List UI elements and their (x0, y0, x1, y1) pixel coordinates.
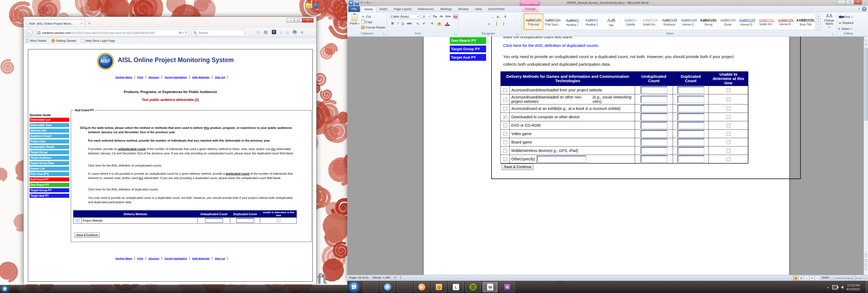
bookmarks-panel-icon[interactable]: ▤ (264, 30, 268, 34)
format-painter-button[interactable]: Format Painter (361, 25, 385, 30)
url-bar[interactable]: isedemo.westat.com /SOURCE/Annual/SecD/S… (35, 29, 189, 36)
page-action-icon[interactable]: ▤ (179, 31, 182, 34)
align-left-button[interactable] (461, 22, 465, 27)
vertical-scrollbar[interactable]: ▲ ▼ ▲ ● ▼ (864, 37, 868, 275)
style-title[interactable]: AaBTitle (601, 13, 621, 30)
cut-button[interactable]: ✂ Cut (361, 14, 371, 19)
change-styles-button[interactable]: AA Change Styles ▾ (823, 13, 836, 31)
style-subtle-ref-[interactable]: AABBCCDLSubtle Ref... (757, 13, 777, 30)
sidebar-item-website-info[interactable]: Website Info (30, 128, 69, 133)
word-count[interactable]: Words: 1,445 (373, 276, 390, 279)
sidebar-item-geographic-reach[interactable]: Geographic Reach (30, 145, 69, 149)
copy-button[interactable]: Copy (361, 20, 372, 24)
save-continue-button[interactable]: Save & Continue (74, 232, 100, 238)
duplicated-count-input[interactable] (678, 147, 704, 154)
taskbar-firefox-button[interactable] (363, 282, 378, 292)
sidebar-item-target-group-py[interactable]: Target Group PY (30, 188, 69, 192)
align-center-button[interactable] (467, 22, 472, 27)
checkbox-unchecked[interactable] (503, 157, 507, 161)
home-icon[interactable]: ⌂ (286, 30, 289, 34)
checkbox-unchecked[interactable] (726, 107, 731, 111)
checkbox-unchecked[interactable] (503, 149, 507, 153)
desktop-icon-folder[interactable] (305, 3, 312, 8)
sidebar-item-target-group-data[interactable]: Target Group Data (30, 161, 69, 165)
search-input[interactable] (198, 31, 236, 35)
sidebar-item-target-group[interactable]: Target Group (30, 150, 69, 154)
taskbar-ie-button[interactable]: e (380, 282, 395, 292)
shrink-font-button[interactable]: A▾ (439, 14, 444, 19)
checkbox-unchecked[interactable] (726, 115, 731, 119)
style-quote[interactable]: AaBbCcDtQuote (718, 13, 738, 30)
hello-chat-icon[interactable] (293, 30, 297, 34)
tab-view[interactable]: View (472, 6, 485, 12)
sidebar-item-audience-count[interactable]: Audience Count (30, 134, 69, 138)
align-right-button[interactable] (473, 22, 478, 27)
checkbox-unchecked[interactable] (726, 157, 731, 161)
show-desktop-button[interactable] (866, 281, 868, 293)
start-button[interactable] (1, 286, 8, 292)
superscript-button[interactable]: x² (422, 21, 426, 26)
checkbox-unchecked[interactable] (726, 97, 731, 101)
fullscreen-reading-view-button[interactable]: ▥ (799, 276, 804, 281)
style-subtitle[interactable]: AaBbCc.Subtitle (621, 13, 641, 30)
underline-button[interactable]: U (400, 21, 405, 26)
nav-link-sign-out[interactable]: Sign out (212, 76, 228, 79)
paste-button[interactable]: Paste ▾ (349, 14, 360, 25)
duplicated-definition-link[interactable]: Click here for the AISL definition of du… (88, 187, 298, 192)
bookmark-star-icon[interactable]: ☆ (256, 30, 259, 34)
nav-link-survey-navigation[interactable]: Survey Navigation (162, 257, 190, 260)
style-book-title[interactable]: AABBCCDLBook Title (796, 13, 815, 30)
bookmark-getting-started[interactable]: Getting Started (51, 39, 76, 42)
close-button[interactable]: ✕ (854, 0, 862, 5)
style-intense-q-[interactable]: AaBbCcDtIntense Q... (738, 13, 757, 30)
checkbox-unchecked[interactable] (277, 219, 280, 222)
collapse-ribbon-icon[interactable]: ˄ (858, 8, 860, 10)
unduplicated-count-input[interactable] (641, 147, 667, 154)
duplicated-count-input[interactable] (678, 96, 704, 103)
unduplicated-count-input[interactable] (641, 139, 667, 146)
browser-tab[interactable]: NSF: AISL Online Project Monit... × (27, 20, 85, 27)
spell-check-status[interactable]: ✗ (394, 276, 397, 280)
web-layout-view-button[interactable]: ▢ (804, 276, 809, 281)
undo-caret-icon[interactable]: ▾ (364, 2, 365, 4)
back-button[interactable]: ← (26, 29, 33, 36)
tab-insert[interactable]: Insert (376, 6, 391, 12)
duplicated-count-input[interactable] (678, 155, 704, 163)
clipboard-dialog-launcher[interactable] (383, 32, 386, 35)
borders-button[interactable] (501, 22, 506, 27)
style-emphasis[interactable]: AaBbCcDtEmphasis (660, 13, 680, 30)
select-browse-object-icon[interactable]: ● (864, 262, 868, 266)
tab-home[interactable]: Home (361, 6, 376, 12)
downloads-icon[interactable]: ↓ (280, 30, 282, 34)
help-icon[interactable]: ? (862, 7, 866, 11)
style-heading-1[interactable]: AaBbC(Heading 1 (563, 13, 582, 30)
duplicated-count-input[interactable] (678, 122, 704, 129)
unduplicated-definition-link[interactable]: Click here for the AISL definition of un… (88, 164, 298, 168)
increase-indent-button[interactable]: ← (489, 14, 494, 20)
nav-link-section-menu[interactable]: Section Menu (113, 257, 135, 260)
taskbar-word-button[interactable]: W (483, 282, 498, 292)
font-dialog-launcher[interactable] (454, 32, 457, 35)
style-heading-2[interactable]: AaBbCcHeading 2 (582, 13, 601, 30)
styles-dialog-launcher[interactable] (832, 32, 835, 35)
duplicated-count-input[interactable] (678, 87, 704, 94)
menu-icon[interactable]: ≡ (301, 30, 303, 34)
sidebar-item-deliverable-type[interactable]: Deliverable Type (30, 123, 69, 127)
outline-view-button[interactable]: ≣ (809, 276, 814, 281)
tab-edocprinter[interactable]: eDocPrinter (485, 6, 508, 12)
sidebar-item-aud-count-py[interactable]: Aud Count PY (30, 177, 69, 181)
duplicated-count-input[interactable] (678, 130, 704, 137)
qat-customize-icon[interactable]: ▾ (371, 2, 372, 4)
sidebar-item-project-info[interactable]: Project Info (30, 140, 69, 144)
show-paragraph-marks-button[interactable]: ¶ (503, 14, 508, 20)
zoom-in-button[interactable]: + (863, 276, 867, 280)
justify-button[interactable] (479, 22, 484, 27)
duplicated-count-input[interactable] (678, 139, 704, 146)
style--no-spaci-[interactable]: AaBbCcDc¶ No Spaci... (543, 13, 563, 30)
nav-link-glossary[interactable]: Glossary (146, 257, 162, 260)
nav-link-sign-out[interactable]: Sign out (212, 257, 228, 260)
speaker-icon[interactable] (841, 286, 843, 289)
maximize-button[interactable]: ▢ (294, 18, 302, 23)
style-intense-r-[interactable]: AABBCCDLIntense R... (777, 13, 796, 30)
reload-icon[interactable]: ↻ (185, 31, 187, 34)
